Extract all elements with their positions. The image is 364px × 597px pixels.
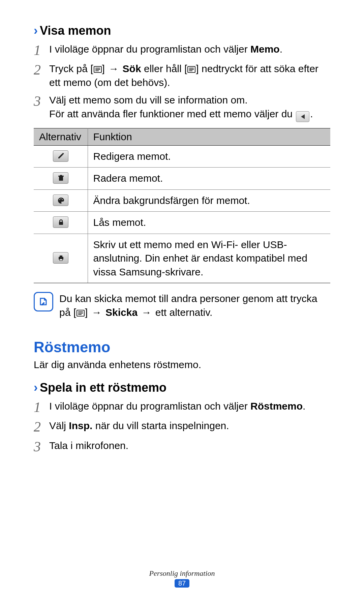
- heading-text: Spela in ett röstmemo: [40, 381, 166, 395]
- footer-chapter: Personlig information: [0, 569, 364, 578]
- step-number: 3: [34, 439, 49, 454]
- table-row: Lås memot.: [34, 212, 330, 234]
- step-1: 1 I viloläge öppnar du programlistan och…: [34, 399, 330, 415]
- menu-icon: [93, 66, 102, 73]
- chevron-icon: ›: [34, 24, 38, 38]
- print-icon: [57, 254, 64, 262]
- options-table: Alternativ Funktion Redigera memot. Rade…: [34, 128, 330, 283]
- table-row: Radera memot.: [34, 168, 330, 190]
- step-number: 1: [34, 42, 49, 58]
- table-row: Ändra bakgrundsfärgen för memot.: [34, 189, 330, 212]
- menu-icon: [187, 66, 196, 73]
- page-footer: Personlig information 87: [0, 569, 364, 588]
- delete-button[interactable]: [53, 172, 68, 184]
- step-3: 3 Tala i mikrofonen.: [34, 439, 330, 454]
- steps-visa-memon: 1 I viloläge öppnar du programlistan och…: [34, 42, 330, 122]
- step-number: 2: [34, 62, 49, 89]
- triangle-left-icon: [301, 114, 305, 119]
- pencil-icon: [57, 152, 64, 160]
- table-cell: Ändra bakgrundsfärgen för memot.: [88, 189, 330, 212]
- table-row: Skriv ut ett memo med en Wi-Fi- eller US…: [34, 234, 330, 283]
- table-cell: Radera memot.: [88, 168, 330, 190]
- table-cell: Redigera memot.: [88, 145, 330, 168]
- arrow-left-button[interactable]: [296, 111, 309, 122]
- table-row: Redigera memot.: [34, 145, 330, 168]
- step-2: 2 Tryck på [] → Sök eller håll [] nedtry…: [34, 62, 330, 89]
- heading-rostmemo: Röstmemo: [34, 339, 330, 356]
- steps-rostmemo: 1 I viloläge öppnar du programlistan och…: [34, 399, 330, 454]
- heading-spela-in: › Spela in ett röstmemo: [34, 381, 330, 395]
- color-button[interactable]: [53, 195, 68, 206]
- lock-icon: [57, 218, 64, 226]
- table-head-funktion: Funktion: [88, 128, 330, 145]
- note-icon: [34, 292, 53, 311]
- heading-text: Visa memon: [40, 24, 111, 38]
- step-1: 1 I viloläge öppnar du programlistan och…: [34, 42, 330, 58]
- heading-visa-memon: › Visa memon: [34, 24, 330, 38]
- step-number: 3: [34, 93, 49, 122]
- table-cell: Lås memot.: [88, 212, 330, 234]
- menu-icon: [76, 309, 85, 317]
- page-number-badge: 87: [175, 579, 189, 588]
- table-cell: Skriv ut ett memo med en Wi-Fi- eller US…: [88, 234, 330, 283]
- note-box: Du kan skicka memot till andra personer …: [34, 292, 330, 319]
- intro-text: Lär dig använda enhetens röstmemo.: [34, 359, 330, 370]
- step-2: 2 Välj Insp. när du vill starta inspelni…: [34, 419, 330, 435]
- step-number: 1: [34, 399, 49, 415]
- edit-button[interactable]: [53, 150, 68, 162]
- chevron-icon: ›: [34, 381, 38, 395]
- trash-icon: [57, 174, 64, 182]
- table-head-alternativ: Alternativ: [34, 128, 88, 145]
- lock-button[interactable]: [53, 216, 68, 228]
- step-3: 3 Välj ett memo som du vill se informati…: [34, 93, 330, 122]
- palette-icon: [57, 197, 64, 204]
- step-number: 2: [34, 419, 49, 435]
- print-button[interactable]: [53, 252, 68, 264]
